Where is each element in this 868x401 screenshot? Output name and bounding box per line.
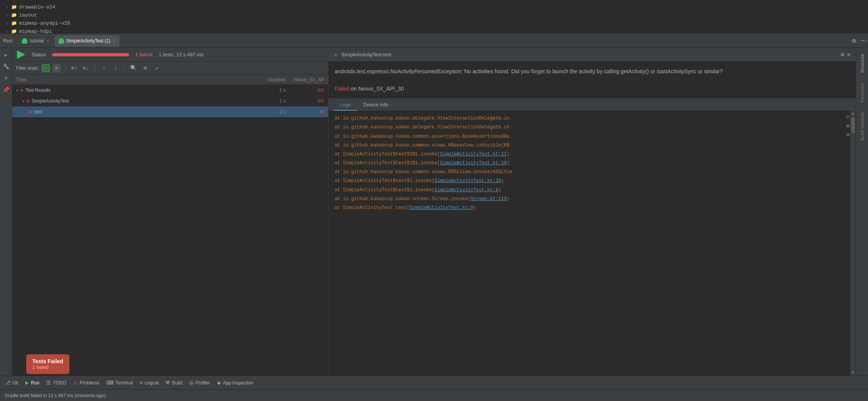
app-inspection-icon: ◈ [217, 380, 221, 386]
file-tree-label: mipmap-hdpi [19, 29, 52, 34]
app-inspection-label: App Inspection [223, 380, 253, 386]
test-row[interactable]: ▾ ✕ SimpleActivityTest 2 s 0/1 [12, 96, 328, 106]
test-rows: ▾ ✕ Test Results 2 s 0/1 ▾ ✕ SimpleActiv… [12, 85, 328, 376]
error-icon: ✕ [26, 98, 30, 104]
col-duration-header: Duration [255, 77, 286, 83]
profiler-label: Profiler [195, 380, 210, 386]
filter-failed-button[interactable]: ⊘ [53, 64, 61, 72]
problems-button[interactable]: ⚠ Problems [73, 380, 99, 386]
file-tree-item[interactable]: › 📁 layout [6, 11, 862, 19]
stack-link[interactable]: SimpleActivityTest.kt:9 [434, 187, 498, 193]
scrollbar[interactable]: ▲ ▼ [850, 111, 856, 376]
play-sidebar-icon[interactable]: ▶ [2, 51, 10, 59]
stack-trace[interactable]: at io.github.kakaocup.kakao.delegate.Vie… [328, 111, 856, 376]
sort-asc-icon[interactable]: ≡↑ [70, 64, 79, 72]
expand-icon[interactable]: ▾ [16, 88, 18, 93]
terminal-button[interactable]: ⌨ Terminal [106, 380, 133, 386]
wrench-icon[interactable]: 🔧 [2, 62, 10, 71]
filter-separator [124, 65, 125, 72]
folder-icon: 📁 [11, 20, 17, 26]
close-panel-icon[interactable]: ✕ [847, 51, 850, 58]
file-tree-item[interactable]: › 📁 mipmap-anydpi-v26 [6, 19, 862, 27]
stack-line: at io.github.kakaocup.kakao.screen.Scree… [328, 195, 856, 204]
test-panel: Status 1 failed 1 tests, 12 s 497 ms Fil… [12, 48, 328, 376]
tab-logs[interactable]: Logs [334, 99, 357, 111]
clear-icon[interactable]: ⊠ [846, 131, 849, 138]
col-device-header: Nexus_5X_AP [286, 77, 324, 83]
close-icon[interactable]: ✕ [113, 39, 116, 43]
todo-icon: ☰ [46, 380, 51, 386]
logcat-icon: ≡ [140, 380, 143, 386]
run-label: Run [31, 380, 39, 386]
play-button[interactable] [17, 51, 25, 59]
layout-icon[interactable]: ⊞ [2, 74, 10, 83]
filter-bar: Filter tests: ✓ ⊘ ≡↑ ≡↓ ↑ ↓ 🔍 ⊟ ↗ [12, 62, 328, 75]
app-inspection-button[interactable]: ◈ App Inspection [217, 380, 253, 386]
arrow-up-icon[interactable]: ↑ [100, 64, 108, 72]
progress-bar-fill [52, 53, 129, 56]
tests-failed-tooltip: Tests Failed 1 failed [26, 354, 69, 374]
progress-bar [52, 53, 129, 56]
arrow-down-icon[interactable]: ↓ [111, 64, 120, 72]
close-icon[interactable]: ✕ [46, 39, 49, 43]
stack-link[interactable]: SimpleActivityTest.kt:9 [409, 205, 473, 211]
stack-line: at io.github.kakaocup.kakao.common.views… [328, 168, 856, 177]
test-row[interactable]: ▾ ✕ Test Results 2 s 0/1 [12, 85, 328, 96]
file-tree-item[interactable]: › 📁 drawable-v24 [6, 3, 862, 11]
tab-simple-activity-test[interactable]: SimpleActivityTest (1) ✕ [55, 35, 120, 47]
print-icon[interactable]: ⊞ [846, 123, 849, 129]
run-button[interactable]: ▶ Run [25, 380, 39, 386]
chevron-icon: › [6, 5, 9, 10]
git-button[interactable]: ⎇ Git [5, 380, 18, 386]
stack-line: at SimpleActivityTest$test$1.invoke(Simp… [328, 186, 856, 195]
stack-link[interactable]: Screen.kt:119 [471, 196, 507, 202]
filter-separator [95, 65, 95, 72]
sidebar-item-build-variants[interactable]: Build Variants [858, 109, 866, 144]
logcat-button[interactable]: ≡ Logcat [140, 380, 159, 386]
collapse-icon[interactable]: ⊟ [141, 64, 150, 72]
search-icon[interactable]: 🔍 [130, 64, 138, 72]
git-icon: ⎇ [5, 380, 10, 386]
profiler-icon: ◎ [189, 380, 193, 386]
run-icon: ▶ [25, 380, 29, 386]
status-label: Status [32, 52, 46, 57]
problems-label: Problems [80, 380, 99, 386]
stack-link[interactable]: SimpleActivityTest.kt:10 [440, 160, 507, 166]
row-result: ✕ [286, 108, 324, 116]
terminal-label: Terminal [116, 380, 133, 386]
copy-icon[interactable]: ⎘ [846, 114, 849, 120]
todo-button[interactable]: ☰ TODO [46, 380, 66, 386]
file-tree-label: drawable-v24 [19, 4, 56, 10]
settings-icon[interactable]: ⚙ [852, 37, 856, 45]
row-name: Test Results [25, 88, 255, 93]
minimize-icon[interactable]: — [861, 37, 865, 44]
filter-passed-button[interactable]: ✓ [42, 64, 50, 72]
right-tabs: Logs Device Info [328, 99, 856, 111]
sidebar-item-favorites[interactable]: Favorites [858, 80, 866, 105]
stack-link[interactable]: SimpleActivityTest.kt:10 [434, 178, 501, 184]
expand-panel-icon[interactable]: ⊡ [841, 51, 844, 58]
build-button[interactable]: ⚒ Build [165, 380, 182, 386]
stack-line: at io.github.kakaocup.kakao.common.asser… [328, 132, 856, 141]
pin-icon[interactable]: 📌 [2, 86, 10, 94]
stack-link[interactable]: SimpleActivityTest.kt:11 [440, 152, 507, 157]
tab-tutorial[interactable]: tutorial ✕ [18, 35, 53, 47]
sidebar-item-structure[interactable]: Structure [858, 51, 866, 76]
scroll-down-arrow[interactable]: ▼ [852, 371, 854, 375]
row-duration: 2 s [255, 98, 286, 104]
expand-icon[interactable]: ▾ [22, 99, 24, 103]
row-name: test [34, 109, 255, 115]
problems-icon: ⚠ [73, 380, 78, 386]
tooltip-title: Tests Failed [32, 358, 63, 364]
tab-label: SimpleActivityTest (1) [66, 38, 111, 44]
sort-desc-icon[interactable]: ≡↓ [82, 64, 90, 72]
export-icon[interactable]: ↗ [153, 64, 161, 72]
stack-line: at SimpleActivityTest$test$1$1.invoke(Si… [328, 159, 856, 168]
profiler-button[interactable]: ◎ Profiler [189, 380, 210, 386]
scroll-thumb[interactable] [851, 118, 855, 133]
tab-device-info[interactable]: Device Info [357, 99, 394, 111]
stack-line: at io.github.kakaocup.kakao.delegate.Vie… [328, 114, 856, 123]
error-icon: ✕ [29, 109, 33, 115]
test-row[interactable]: ✕ test 2 s ✕ [12, 106, 328, 117]
scroll-up-arrow[interactable]: ▲ [852, 112, 854, 116]
